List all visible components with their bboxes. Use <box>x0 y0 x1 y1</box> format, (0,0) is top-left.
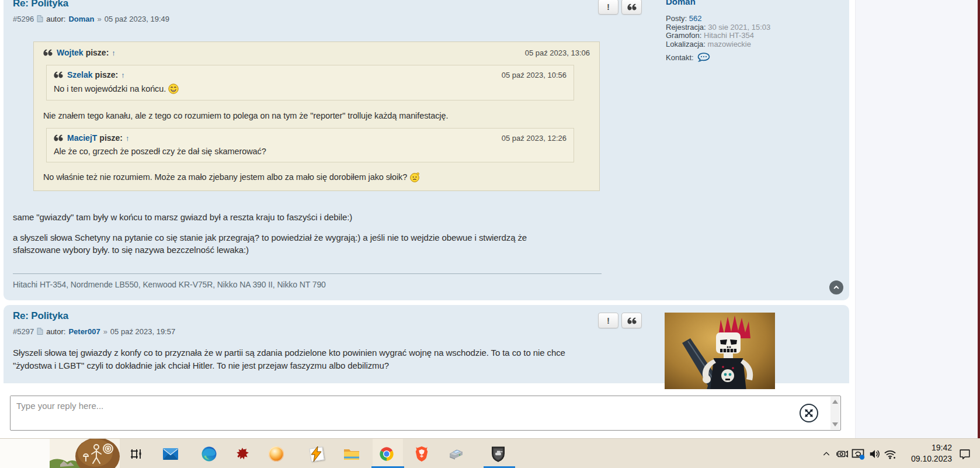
meta-separator: » <box>97 15 101 23</box>
post-page-icon[interactable] <box>37 328 43 335</box>
quote-pisze-label: pisze: <box>86 48 109 57</box>
author-link[interactable]: Doman <box>68 15 94 23</box>
tray-wifi-icon[interactable] <box>883 447 897 461</box>
profile-contact-row: Kontakt: <box>666 53 847 63</box>
contact-chat-icon[interactable] <box>697 53 710 63</box>
post-meta: #5297 autor: Peter007 » 05 paź 2023, 19:… <box>13 327 602 336</box>
desktop: Re: Polityka #5296 autor: Doman » 05 paź… <box>0 0 980 468</box>
meta-separator: » <box>103 327 107 336</box>
quote-jump-arrow-link[interactable]: ↑ <box>112 48 116 57</box>
quote-header: Wojtek pisze: ↑ 05 paź 2023, 13:06 <box>43 48 590 57</box>
folder-icon <box>343 448 360 460</box>
profile-fields: Posty: 562 Rejestracja: 30 sie 2021, 15:… <box>666 15 847 48</box>
app-red-splat[interactable] <box>231 442 254 466</box>
profile-field-registered: Rejestracja: 30 sie 2021, 15:03 <box>666 23 847 32</box>
post-number-link[interactable]: #5297 <box>13 327 34 336</box>
posts-count-link[interactable]: 562 <box>689 14 702 23</box>
profile-column: Doman Posty: 562 Rejestracja: 30 sie 202… <box>666 0 847 63</box>
quote-header: Szelak pisze: ↑ 05 paź 2023, 10:56 <box>54 70 567 79</box>
author-link[interactable]: Peter007 <box>68 327 100 336</box>
post-body-column: Re: Polityka #5296 autor: Doman » 05 paź… <box>13 0 602 289</box>
quote-jump-arrow-link[interactable]: ↑ <box>126 134 130 143</box>
field-label: Gramofon: <box>666 31 701 40</box>
red-splat-icon <box>235 446 250 462</box>
app-mail[interactable] <box>159 442 182 466</box>
app-file-explorer[interactable] <box>340 442 363 466</box>
post-title[interactable]: Re: Polityka <box>13 310 602 322</box>
tray-volume-icon[interactable] <box>868 447 882 461</box>
quote-author-link[interactable]: MaciejT <box>67 133 97 143</box>
quote-author-link[interactable]: Wojtek <box>57 48 84 57</box>
post-paragraph: same "gwiazdy" tam były w końcu to marsz… <box>13 211 602 223</box>
scroll-down-arrow[interactable] <box>832 422 838 427</box>
profile-username-link[interactable]: Doman <box>666 0 847 6</box>
app-scanner[interactable] <box>444 442 468 466</box>
quote-pisze-label: pisze: <box>95 70 119 79</box>
quote-tail-text: No właśnie też nie rozumiem. Może za mał… <box>43 172 590 182</box>
tray-cast-icon[interactable] <box>851 447 865 461</box>
reply-textarea[interactable] <box>11 396 816 429</box>
post-meta: #5296 autor: Doman » 05 paź 2023, 19:49 <box>13 15 602 23</box>
emoji-headscratch-icon <box>409 172 420 182</box>
field-label: Lokalizacja: <box>666 40 706 48</box>
chevron-up-icon <box>832 283 841 292</box>
quote-author-link[interactable]: Szelak <box>67 70 93 79</box>
quote-tail-content: No właśnie też nie rozumiem. Może za mał… <box>43 172 407 182</box>
orange-ball-icon <box>269 446 284 462</box>
fullscreen-arrows-icon <box>804 408 814 418</box>
profile-field-posts: Posty: 562 <box>666 15 847 23</box>
browser-viewport: Re: Polityka #5296 autor: Doman » 05 paź… <box>0 0 855 438</box>
app-orange-ball[interactable] <box>265 442 288 466</box>
wot-shield-icon <box>491 446 506 462</box>
reply-scrollbar[interactable] <box>830 397 840 429</box>
quote-timestamp: 05 paź 2023, 12:26 <box>502 134 567 143</box>
edge-icon <box>201 446 217 462</box>
tray-camera-icon[interactable] <box>835 447 849 461</box>
post-tools: ! <box>598 313 642 328</box>
field-label: Kontakt: <box>666 53 694 62</box>
reply-expand-button[interactable] <box>800 404 818 422</box>
emoji-grin-icon <box>168 84 179 94</box>
field-label: Rejestracja: <box>666 23 706 32</box>
report-exclamation: ! <box>607 316 610 325</box>
quote-button[interactable] <box>621 0 642 15</box>
brave-icon <box>414 446 429 462</box>
scanner-icon <box>448 447 464 461</box>
app-taskbar-tweaker[interactable] <box>124 442 147 466</box>
quote-marks-icon <box>627 4 637 11</box>
quote-marks-icon <box>43 49 53 56</box>
chevron-up-icon <box>822 449 831 459</box>
post-panel-5296: Re: Polityka #5296 autor: Doman » 05 paź… <box>4 0 849 300</box>
quote-text: Ale że co, grzech że poszedł czy że dał … <box>54 147 567 156</box>
quote-jump-arrow-link[interactable]: ↑ <box>121 71 125 79</box>
blockquote-maciejt: MaciejT pisze: ↑ 05 paź 2023, 12:26 Ale … <box>46 128 574 162</box>
tray-clock[interactable]: 19:42 09.10.2023 <box>898 442 952 466</box>
quote-pisze-label: pisze: <box>99 133 123 143</box>
app-world-of-tanks[interactable] <box>486 442 510 466</box>
quote-marks-icon <box>627 317 637 324</box>
screen-edge-strip <box>978 0 980 438</box>
report-button[interactable]: ! <box>598 313 618 328</box>
quote-timestamp: 05 paź 2023, 10:56 <box>502 71 567 79</box>
scroll-top-button[interactable] <box>829 280 843 294</box>
app-edge[interactable] <box>197 442 221 466</box>
app-chrome-active[interactable] <box>375 442 398 466</box>
quote-button[interactable] <box>621 313 642 328</box>
winamp-icon <box>309 446 324 462</box>
quote-mid-text: Nie znałem tego kanału, ale z tego co ro… <box>43 111 590 120</box>
quote-marks-icon <box>54 134 63 141</box>
scroll-up-arrow[interactable] <box>832 400 838 404</box>
post-number-link[interactable]: #5296 <box>13 15 34 23</box>
notification-center-button[interactable] <box>958 447 972 461</box>
app-brave[interactable] <box>410 442 433 466</box>
tweaker-icon <box>128 447 143 461</box>
post-title[interactable]: Re: Polityka <box>13 0 602 9</box>
app-winamp[interactable] <box>305 442 328 466</box>
start-button[interactable] <box>0 439 120 468</box>
user-avatar[interactable] <box>665 313 775 389</box>
report-button[interactable]: ! <box>598 0 618 15</box>
post-date: 05 paź 2023, 19:57 <box>110 327 175 336</box>
tray-hidden-icons-chevron[interactable] <box>819 447 833 461</box>
post-page-icon[interactable] <box>37 15 43 23</box>
clock-date: 09.10.2023 <box>898 453 952 464</box>
